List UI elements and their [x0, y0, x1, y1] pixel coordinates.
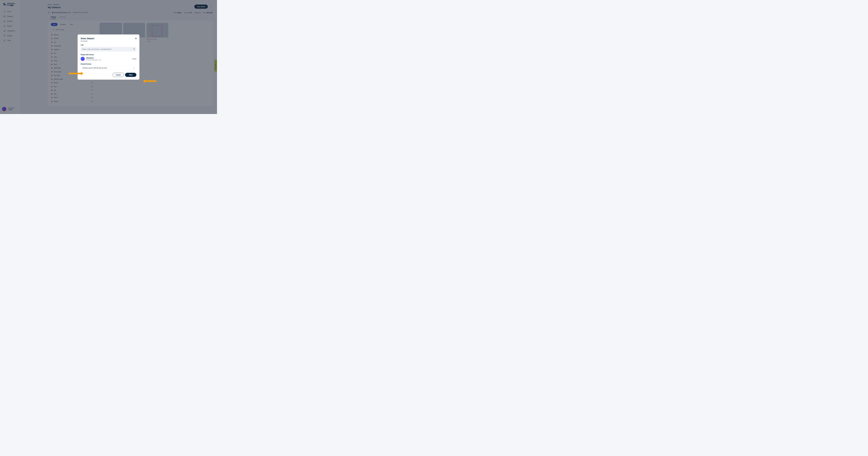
- svg-rect-4: [134, 49, 135, 50]
- modal-overlay: ✕ Share Dataset My Dataset Link https://…: [0, 0, 217, 114]
- avatar: [81, 57, 85, 61]
- annotation-arrow: [145, 81, 156, 82]
- save-button[interactable]: Save: [125, 73, 136, 77]
- share-link: https://hub.ultralytics.com/datasets/X: [81, 47, 136, 52]
- copy-icon[interactable]: [133, 48, 135, 50]
- access-user-email: developer@ultralytics.com: [86, 59, 101, 61]
- annotation-arrow: [69, 73, 82, 74]
- general-access-label: General Access: [81, 63, 136, 65]
- share-url: https://hub.ultralytics.com/datasets/X: [82, 48, 133, 50]
- access-label: People with Access: [81, 54, 136, 56]
- modal-subtitle: My Dataset: [81, 40, 136, 41]
- close-button[interactable]: ✕: [135, 37, 137, 40]
- modal-title: Share Dataset: [81, 37, 136, 40]
- access-user-role: Owner: [132, 58, 136, 60]
- link-label: Link: [81, 44, 136, 46]
- access-user-name: Ultralytics: [86, 57, 101, 59]
- chevron-down-icon: ▼: [133, 67, 134, 68]
- svg-rect-5: [133, 49, 134, 50]
- general-access-select[interactable]: Unlisted, anyone with the link can view …: [81, 66, 136, 70]
- access-user-row: Ultralytics developer@ultralytics.com Ow…: [81, 57, 136, 61]
- cancel-button[interactable]: Cancel: [113, 73, 124, 77]
- select-value: Unlisted, anyone with the link can view: [82, 67, 107, 69]
- share-dataset-modal: ✕ Share Dataset My Dataset Link https://…: [78, 34, 140, 80]
